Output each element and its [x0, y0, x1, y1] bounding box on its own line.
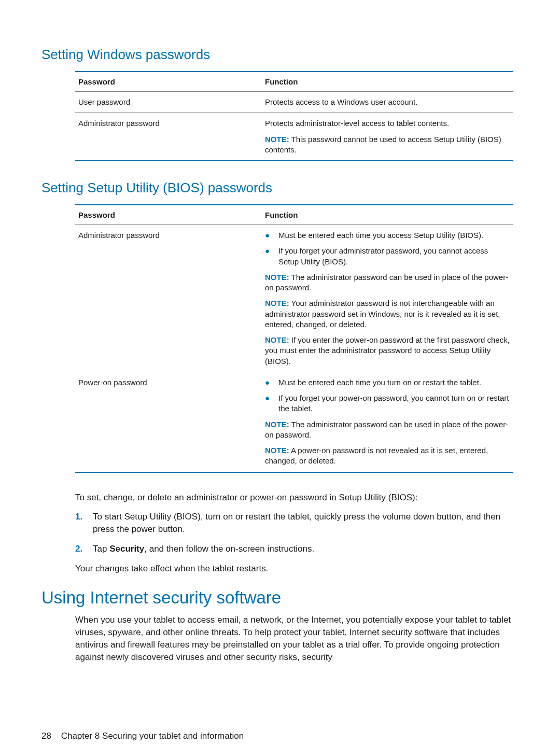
text-fragment: Tap — [93, 544, 109, 554]
page-footer: 28 Chapter 8 Securing your tablet and in… — [41, 731, 513, 741]
note-label: NOTE: — [265, 335, 289, 344]
note-block: NOTE: This password cannot be used to ac… — [265, 134, 510, 156]
note-text: Your administrator password is not inter… — [265, 299, 500, 329]
list-item-text: If you forget your power-on password, yo… — [278, 393, 510, 414]
list-item-text: If you forget your administrator passwor… — [278, 246, 510, 267]
note-text: The administrator password can be used i… — [265, 420, 508, 439]
note-block: NOTE: The administrator password can be … — [265, 419, 510, 441]
table-header-row: Password Function — [75, 205, 513, 224]
list-item-text: To start Setup Utility (BIOS), turn on o… — [93, 511, 513, 536]
note-label: NOTE: — [265, 135, 289, 144]
table-row: Power-on password ● Must be entered each… — [75, 372, 513, 472]
col-header-function: Function — [262, 205, 513, 224]
heading-internet-security: Using Internet security software — [41, 588, 513, 608]
note-block: NOTE: The administrator password can be … — [265, 272, 510, 293]
text-fragment: , and then follow the on-screen instruct… — [144, 544, 314, 554]
col-header-function: Function — [262, 72, 513, 91]
note-block: NOTE: Your administrator password is not… — [265, 298, 510, 330]
cell-password-function: ● Must be entered each time you turn on … — [262, 372, 513, 472]
document-page: Setting Windows passwords Password Funct… — [0, 0, 560, 745]
instructions-outro: Your changes take effect when the tablet… — [75, 563, 513, 575]
list-item-text: Must be entered each time you access Set… — [278, 230, 483, 241]
ordered-list: 1. To start Setup Utility (BIOS), turn o… — [75, 511, 513, 555]
cell-password-function: Protects access to a Windows user accoun… — [262, 92, 513, 113]
page-number: 28 — [41, 731, 51, 741]
cell-password-name: Administrator password — [75, 113, 262, 160]
note-text: If you enter the power-on password at th… — [265, 335, 510, 366]
list-item-text: Must be entered each time you turn on or… — [278, 377, 481, 388]
cell-password-function: Protects administrator-level access to t… — [262, 113, 513, 160]
section-body: When you use your tablet to access email… — [75, 614, 513, 663]
table-bios-passwords: Password Function Administrator password… — [75, 204, 513, 473]
heading-windows-passwords: Setting Windows passwords — [41, 47, 513, 63]
col-header-password: Password — [75, 205, 262, 224]
list-number: 1. — [75, 511, 93, 536]
cell-password-function: ● Must be entered each time you access S… — [262, 225, 513, 372]
list-number: 2. — [75, 543, 93, 555]
note-text: This password cannot be used to access S… — [265, 135, 501, 154]
list-item-text: Tap Security, and then follow the on-scr… — [93, 543, 314, 555]
note-label: NOTE: — [265, 299, 289, 307]
list-item: ● Must be entered each time you turn on … — [265, 377, 510, 388]
col-header-password: Password — [75, 72, 262, 91]
list-item: ● If you forget your administrator passw… — [265, 246, 510, 267]
heading-bios-passwords: Setting Setup Utility (BIOS) passwords — [41, 180, 513, 196]
text-bold: Security — [109, 544, 144, 554]
table-windows-passwords: Password Function User password Protects… — [75, 71, 513, 161]
instructions-intro: To set, change, or delete an administrat… — [75, 491, 513, 504]
chapter-title: Chapter 8 Securing your tablet and infor… — [61, 731, 244, 741]
list-item: ● Must be entered each time you access S… — [265, 230, 510, 241]
instructions-block: To set, change, or delete an administrat… — [75, 491, 513, 575]
cell-text: Protects administrator-level access to t… — [265, 118, 510, 129]
note-label: NOTE: — [265, 420, 289, 429]
bullet-icon: ● — [265, 377, 278, 388]
bullet-icon: ● — [265, 393, 278, 414]
note-text: A power-on password is not revealed as i… — [265, 446, 488, 465]
cell-password-name: User password — [75, 92, 262, 113]
list-item: 1. To start Setup Utility (BIOS), turn o… — [75, 511, 513, 536]
note-text: The administrator password can be used i… — [265, 273, 508, 292]
bullet-icon: ● — [265, 246, 278, 267]
table-row: Administrator password Protects administ… — [75, 113, 513, 160]
note-label: NOTE: — [265, 273, 289, 282]
note-block: NOTE: If you enter the power-on password… — [265, 335, 510, 367]
paragraph: When you use your tablet to access email… — [75, 614, 513, 663]
list-item: 2. Tap Security, and then follow the on-… — [75, 543, 513, 555]
bullet-icon: ● — [265, 230, 278, 241]
note-label: NOTE: — [265, 446, 289, 455]
cell-password-name: Power-on password — [75, 372, 262, 472]
list-item: ● If you forget your power-on password, … — [265, 393, 510, 414]
note-block: NOTE: A power-on password is not reveale… — [265, 445, 510, 467]
cell-password-name: Administrator password — [75, 225, 262, 372]
table-header-row: Password Function — [75, 72, 513, 91]
table-row: Administrator password ● Must be entered… — [75, 224, 513, 372]
table-row: User password Protects access to a Windo… — [75, 91, 513, 113]
